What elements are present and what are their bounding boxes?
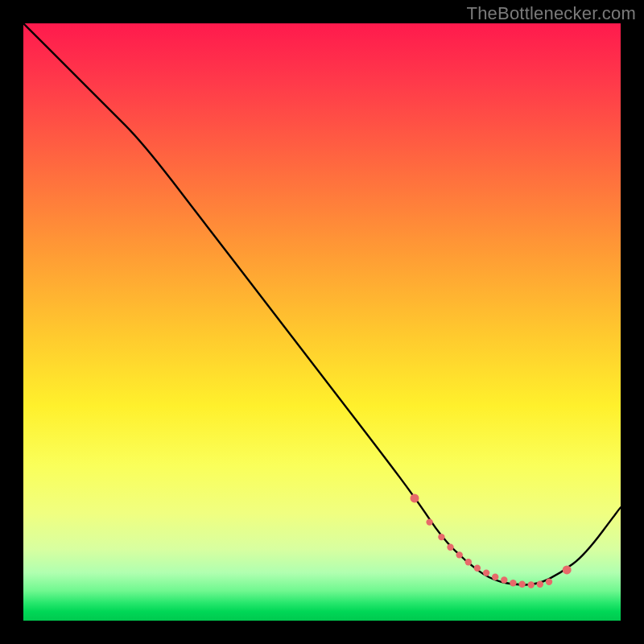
chart-svg	[23, 23, 621, 621]
valley-dot	[447, 544, 453, 551]
valley-dot	[426, 518, 432, 525]
valley-dot	[411, 493, 419, 502]
watermark-text: TheBottlenecker.com	[467, 3, 636, 24]
valley-dot	[546, 579, 552, 585]
bottleneck-curve	[23, 23, 621, 585]
valley-dot	[465, 559, 472, 565]
valley-highlight-dots	[411, 493, 572, 588]
valley-dot	[563, 565, 572, 574]
valley-dot	[537, 581, 543, 588]
valley-dot	[456, 551, 463, 558]
valley-dot	[474, 565, 481, 572]
chart-frame	[23, 23, 621, 621]
valley-dot	[501, 576, 507, 583]
valley-dot	[492, 574, 498, 580]
valley-dot	[483, 569, 489, 576]
valley-dot	[438, 534, 444, 540]
valley-dot	[518, 581, 525, 588]
valley-dot	[528, 581, 535, 588]
valley-dot	[510, 580, 516, 586]
